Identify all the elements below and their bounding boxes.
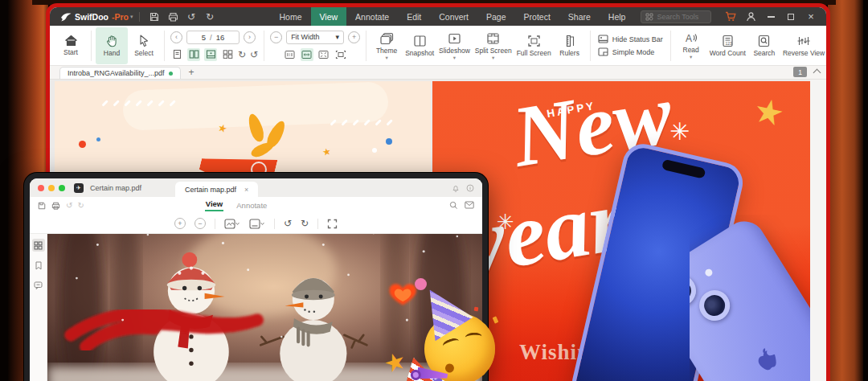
poster-star: ★: [751, 93, 788, 133]
bookmark-panel-icon: [32, 259, 45, 272]
zoom-in-icon: +: [174, 218, 186, 229]
maximize-button[interactable]: [782, 10, 800, 24]
laptop-menu-annotate: Annotate: [236, 201, 267, 210]
laptop-titlebar: ✈ Certain map.pdf Certain map.pdf ×: [30, 178, 482, 197]
menu-edit[interactable]: Edit: [398, 7, 430, 26]
screenshot-stage: SwifDoo-Pro ▾ ↺ ↻ Home View Annotate Edi…: [0, 0, 868, 381]
party-face-emoji: [411, 305, 508, 381]
rotate-cw-icon[interactable]: ↻: [238, 50, 246, 59]
select-tool-button[interactable]: Select: [128, 27, 160, 64]
menu-help[interactable]: Help: [600, 7, 635, 26]
actual-size-icon[interactable]: [284, 48, 297, 61]
full-width-icon[interactable]: [334, 48, 347, 61]
menu-home[interactable]: Home: [271, 7, 311, 26]
start-button[interactable]: Start: [55, 27, 87, 64]
undo-icon[interactable]: ↺: [186, 10, 198, 23]
menu-bar: Home View Annotate Edit Convert Page Pro…: [271, 7, 635, 26]
document-tab[interactable]: Introba_RNGAvailability_...pdf: [59, 67, 181, 79]
zoom-in-button[interactable]: +: [348, 31, 360, 43]
search-tools-box[interactable]: [641, 10, 711, 23]
simple-mode-toggle[interactable]: Simple Mode: [598, 47, 663, 56]
caret-down-icon[interactable]: ▾: [130, 14, 133, 20]
split-screen-button[interactable]: Split Screen ▾: [473, 27, 514, 64]
search-icon: [449, 201, 458, 210]
scroll-up-icon[interactable]: [813, 69, 821, 77]
hide-status-bar-toggle[interactable]: Hide Status Bar: [598, 35, 663, 43]
next-page-button[interactable]: ›: [244, 31, 256, 43]
fit-page-icon[interactable]: [317, 48, 330, 61]
reverse-view-button[interactable]: Reverse View: [780, 27, 827, 64]
cart-icon[interactable]: [722, 10, 739, 24]
save-icon[interactable]: [149, 10, 161, 23]
apple-logo: [751, 343, 787, 380]
undo-icon: ↺: [66, 201, 72, 210]
laptop-quickbar: ↺ ↻ View Annotate: [30, 197, 482, 214]
theme-button[interactable]: Theme ▾: [371, 27, 403, 64]
two-page-view-icon[interactable]: [187, 48, 200, 61]
search-tools-input[interactable]: [657, 13, 705, 21]
iphone-notch: [661, 159, 706, 179]
zoom-out-button[interactable]: −: [270, 31, 282, 43]
account-icon[interactable]: [742, 10, 760, 24]
rotate-ccw-icon: ↺: [284, 218, 292, 229]
read-aloud-button[interactable]: A Read ▾: [675, 27, 707, 64]
new-tab-button[interactable]: +: [188, 68, 194, 79]
titlebar-right: ×: [722, 10, 820, 24]
menu-convert[interactable]: Convert: [430, 7, 477, 26]
dash-decoration: [101, 102, 176, 104]
laptop-sidebar: [30, 234, 47, 381]
search-button[interactable]: Search: [748, 27, 780, 64]
menu-protect[interactable]: Protect: [515, 7, 559, 26]
slideshow-button[interactable]: Slideshow ▾: [436, 27, 473, 64]
party-horn: [416, 367, 448, 381]
caret-down-icon: ▾: [336, 33, 340, 41]
rotate-ccw-icon[interactable]: ↺: [250, 50, 258, 59]
zoom-out-icon: −: [194, 218, 206, 229]
svg-text:123: 123: [725, 41, 732, 46]
page-number-input[interactable]: 5/16: [186, 31, 240, 44]
zoom-level-select[interactable]: Fit Width▾: [286, 31, 344, 44]
full-screen-button[interactable]: Full Screen: [514, 27, 554, 64]
rotate-cw-icon: ↻: [301, 218, 309, 229]
snapshot-button[interactable]: Snapshot: [403, 27, 436, 64]
mac-zoom-button: [59, 185, 65, 191]
title-bar: SwifDoo-Pro ▾ ↺ ↻ Home View Annotate Edi…: [50, 7, 826, 26]
menu-annotate[interactable]: Annotate: [346, 7, 398, 26]
rulers-button[interactable]: Rulers: [554, 27, 586, 64]
fit-width-icon[interactable]: [301, 48, 313, 61]
close-button[interactable]: ×: [802, 10, 820, 24]
menu-view[interactable]: View: [311, 7, 347, 26]
menu-page[interactable]: Page: [477, 7, 515, 26]
caret-down-icon: ▾: [492, 56, 494, 59]
document-tab-bar: Introba_RNGAvailability_...pdf + 1: [50, 66, 826, 80]
hand-tool-button[interactable]: Hand: [96, 27, 128, 64]
brand-name: SwifDoo: [75, 12, 108, 22]
background-glow-right: [828, 0, 863, 381]
thumbnails-panel-icon: [32, 239, 45, 252]
page-view-dropdown-icon: [224, 219, 240, 229]
laptop-menu-view: View: [205, 199, 223, 211]
word-count-button[interactable]: 123 Word Count: [707, 27, 748, 64]
dash-decoration: [330, 121, 393, 124]
camera-flash: [704, 268, 714, 277]
page-nav-group: ‹ 5/16 ›: [169, 31, 260, 61]
single-page-icon[interactable]: [170, 48, 183, 61]
grid-view-icon[interactable]: [221, 48, 234, 61]
redo-icon: ↻: [77, 201, 84, 210]
swifdoo-mini-logo: ✈: [74, 183, 84, 193]
print-icon[interactable]: [167, 10, 179, 23]
redo-icon[interactable]: ↻: [204, 10, 216, 23]
minimize-button[interactable]: [762, 10, 780, 24]
caret-down-icon: ▾: [453, 56, 456, 59]
translate-button[interactable]: AA: [827, 27, 830, 64]
fullscreen-icon: [327, 219, 338, 229]
menu-share[interactable]: Share: [559, 7, 600, 26]
prev-page-button[interactable]: ‹: [170, 31, 182, 43]
view-toolbar: Start Hand Select ‹ 5/16 ›: [50, 26, 826, 66]
caret-down-icon: ▾: [385, 56, 387, 59]
caret-down-icon: ▾: [690, 55, 692, 59]
vertical-scrollbar[interactable]: [810, 80, 826, 381]
mac-close-button: [38, 185, 44, 191]
continuous-view-icon[interactable]: [204, 48, 217, 61]
mac-minimize-button: [48, 185, 55, 191]
